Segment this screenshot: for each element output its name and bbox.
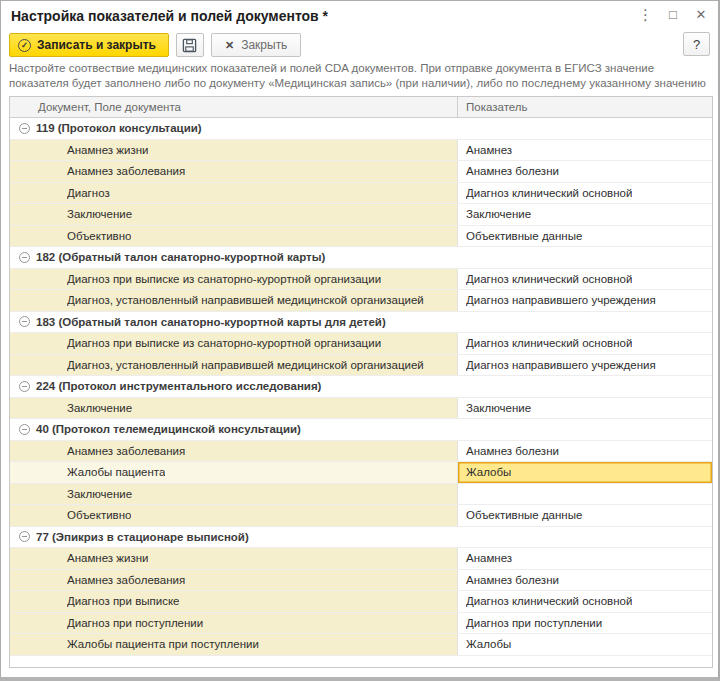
collapse-icon[interactable]: [19, 424, 30, 435]
data-row[interactable]: Диагноз при выписке из санаторно-курортн…: [10, 269, 712, 291]
indicator-cell[interactable]: Диагноз клинический основной: [457, 591, 712, 612]
document-field-cell[interactable]: Жалобы пациента при поступлении: [10, 634, 457, 655]
indicator-text: Анамнез: [466, 144, 512, 156]
indicator-cell[interactable]: Анамнез: [457, 548, 712, 569]
document-field-text: Анамнез заболевания: [67, 165, 185, 177]
collapse-icon[interactable]: [19, 381, 30, 392]
indicator-cell[interactable]: Анамнез: [457, 140, 712, 161]
document-field-cell[interactable]: Диагноз: [10, 183, 457, 204]
group-row[interactable]: 40 (Протокол телемедицинской консультаци…: [10, 419, 712, 441]
document-field-text: Диагноз при выписке: [67, 595, 179, 607]
collapse-icon[interactable]: [19, 252, 30, 263]
document-field-cell[interactable]: Диагноз, установленный направившей медиц…: [10, 290, 457, 311]
floppy-icon: [182, 38, 197, 53]
document-field-cell[interactable]: Анамнез заболевания: [10, 570, 457, 591]
data-row[interactable]: ЗаключениеЗаключение: [10, 204, 712, 226]
data-row[interactable]: Заключение: [10, 484, 712, 506]
data-row[interactable]: Диагноз при выписке из санаторно-курортн…: [10, 333, 712, 355]
data-row[interactable]: Анамнез заболеванияАнамнез болезни: [10, 441, 712, 463]
indicator-cell[interactable]: Анамнез болезни: [457, 441, 712, 462]
help-button[interactable]: ?: [683, 32, 710, 56]
document-field-cell[interactable]: Заключение: [10, 204, 457, 225]
indicator-cell[interactable]: Жалобы: [457, 634, 712, 655]
indicator-text: Диагноз клинический основной: [466, 187, 632, 199]
indicator-cell[interactable]: [457, 484, 712, 505]
indicator-text: Объективные данные: [466, 509, 582, 521]
close-x-icon: ✕: [225, 39, 234, 52]
document-field-cell[interactable]: Заключение: [10, 398, 457, 419]
indicator-text: Диагноз направившего учреждения: [466, 294, 656, 306]
indicator-cell[interactable]: Объективные данные: [457, 505, 712, 526]
data-row[interactable]: Диагноз, установленный направившей медиц…: [10, 355, 712, 377]
data-row[interactable]: ДиагнозДиагноз клинический основной: [10, 183, 712, 205]
data-row[interactable]: Диагноз при выпискеДиагноз клинический о…: [10, 591, 712, 613]
indicator-cell[interactable]: Заключение: [457, 398, 712, 419]
collapse-icon[interactable]: [19, 123, 30, 134]
close-window-icon[interactable]: ✕: [694, 7, 708, 23]
indicator-cell[interactable]: Диагноз направившего учреждения: [457, 290, 712, 311]
group-label: 40 (Протокол телемедицинской консультаци…: [30, 423, 301, 435]
window-controls: ⋮ □ ✕: [638, 7, 708, 23]
document-field-cell[interactable]: Диагноз, установленный направившей медиц…: [10, 355, 457, 376]
indicator-cell[interactable]: Диагноз клинический основной: [457, 269, 712, 290]
indicator-cell[interactable]: Анамнез болезни: [457, 161, 712, 182]
document-field-text: Диагноз: [67, 187, 110, 199]
indicator-text: Объективные данные: [466, 230, 582, 242]
data-row[interactable]: Диагноз, установленный направившей медиц…: [10, 290, 712, 312]
more-icon[interactable]: ⋮: [638, 7, 652, 23]
data-row[interactable]: ЗаключениеЗаключение: [10, 398, 712, 420]
indicator-text: Диагноз клинический основной: [466, 273, 632, 285]
document-field-cell[interactable]: Анамнез жизни: [10, 548, 457, 569]
data-row[interactable]: Анамнез заболеванияАнамнез болезни: [10, 161, 712, 183]
header-cell-indicator[interactable]: Показатель: [457, 97, 712, 117]
group-label: 119 (Протокол консультации): [30, 122, 202, 134]
collapse-icon[interactable]: [19, 316, 30, 327]
document-field-cell[interactable]: Диагноз при выписке из санаторно-курортн…: [10, 269, 457, 290]
indicator-text: Анамнез болезни: [466, 574, 559, 586]
indicator-cell[interactable]: Заключение: [457, 204, 712, 225]
document-field-cell[interactable]: Анамнез жизни: [10, 140, 457, 161]
indicator-cell[interactable]: Анамнез болезни: [457, 570, 712, 591]
document-field-cell[interactable]: Заключение: [10, 484, 457, 505]
data-row[interactable]: ОбъективноОбъективные данные: [10, 226, 712, 248]
indicator-cell[interactable]: Диагноз клинический основной: [457, 333, 712, 354]
collapse-icon[interactable]: [19, 531, 30, 542]
group-row[interactable]: 183 (Обратный талон санаторно-курортной …: [10, 312, 712, 334]
group-label: 183 (Обратный талон санаторно-курортной …: [30, 316, 386, 328]
data-row[interactable]: Анамнез жизниАнамнез: [10, 548, 712, 570]
document-field-cell[interactable]: Жалобы пациента: [10, 462, 457, 483]
group-row[interactable]: 224 (Протокол инструментального исследов…: [10, 376, 712, 398]
group-row[interactable]: 119 (Протокол консультации): [10, 118, 712, 140]
data-row[interactable]: Диагноз при поступленииДиагноз при посту…: [10, 613, 712, 635]
indicator-cell[interactable]: Диагноз при поступлении: [457, 613, 712, 634]
data-row[interactable]: Анамнез заболеванияАнамнез болезни: [10, 570, 712, 592]
save-and-close-button[interactable]: ✓ Записать и закрыть: [9, 33, 169, 57]
document-field-cell[interactable]: Диагноз при выписке из санаторно-курортн…: [10, 333, 457, 354]
indicator-cell-selected[interactable]: Жалобы: [457, 462, 712, 483]
data-row[interactable]: ОбъективноОбъективные данные: [10, 505, 712, 527]
group-row[interactable]: 182 (Обратный талон санаторно-курортной …: [10, 247, 712, 269]
document-field-text: Анамнез заболевания: [67, 445, 185, 457]
document-field-cell[interactable]: Анамнез заболевания: [10, 161, 457, 182]
document-field-text: Диагноз, установленный направившей медиц…: [67, 294, 424, 306]
group-row[interactable]: 77 (Эпикриз в стационаре выписной): [10, 527, 712, 549]
data-row[interactable]: Анамнез жизниАнамнез: [10, 140, 712, 162]
data-row[interactable]: Жалобы пациентаЖалобы: [10, 462, 712, 484]
indicator-cell[interactable]: Объективные данные: [457, 226, 712, 247]
maximize-icon[interactable]: □: [666, 7, 680, 23]
document-field-cell[interactable]: Диагноз при выписке: [10, 591, 457, 612]
close-button[interactable]: ✕ Закрыть: [211, 33, 301, 57]
document-field-text: Заключение: [67, 488, 132, 500]
document-field-cell[interactable]: Объективно: [10, 226, 457, 247]
indicator-text: Анамнез болезни: [466, 165, 559, 177]
header-cell-document[interactable]: Документ, Поле документа: [10, 97, 457, 117]
document-field-cell[interactable]: Объективно: [10, 505, 457, 526]
document-field-cell[interactable]: Диагноз при поступлении: [10, 613, 457, 634]
mapping-table: Документ, Поле документа Показатель 119 …: [9, 96, 713, 668]
save-button[interactable]: [176, 33, 204, 57]
indicator-cell[interactable]: Диагноз направившего учреждения: [457, 355, 712, 376]
indicator-cell[interactable]: Диагноз клинический основной: [457, 183, 712, 204]
document-field-cell[interactable]: Анамнез заболевания: [10, 441, 457, 462]
data-row[interactable]: Жалобы пациента при поступленииЖалобы: [10, 634, 712, 656]
indicator-text: Анамнез болезни: [466, 445, 559, 457]
